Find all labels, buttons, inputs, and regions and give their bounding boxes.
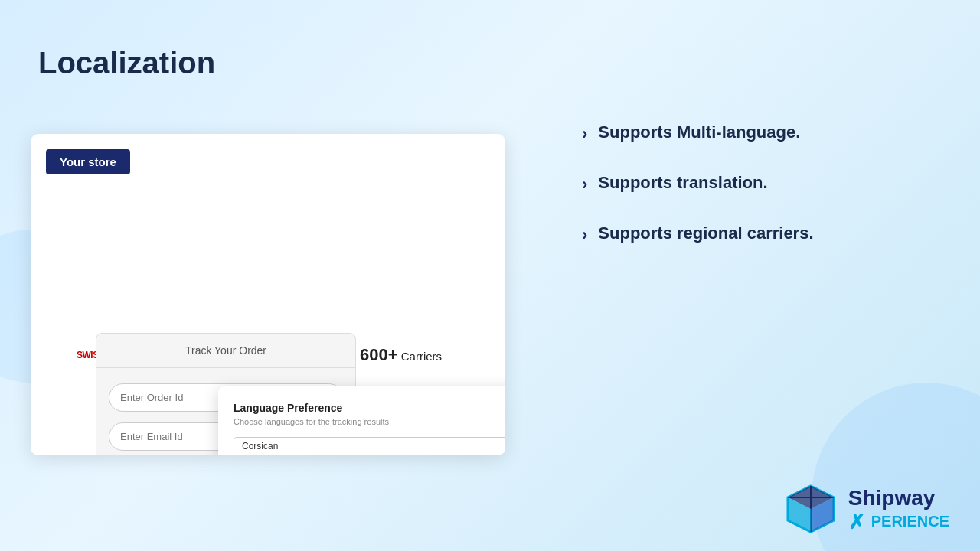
store-panel: Your store Track Your Order Track Langua… — [31, 134, 505, 455]
lang-popup-title: Language Preference — [234, 402, 505, 414]
shipway-text: Shipway ✗ PERIENCE — [848, 486, 949, 532]
feature-text-1: Supports Multi-language. — [598, 122, 800, 142]
lang-dropdown-list[interactable]: Corsican Croatian Czech Danish Dutch Eng… — [234, 437, 505, 455]
feature-text-2: Supports translation. — [598, 173, 767, 193]
feature-text-3: Supports regional carriers. — [598, 223, 813, 243]
page-title: Localization — [38, 46, 215, 80]
chevron-icon-2: › — [582, 174, 587, 194]
lang-item-croatian[interactable]: Croatian — [234, 455, 505, 455]
shipway-logo: Shipway ✗ PERIENCE — [784, 482, 949, 536]
chevron-icon-1: › — [582, 124, 587, 144]
x-icon: ✗ — [848, 510, 870, 532]
svg-text:✗: ✗ — [848, 510, 865, 532]
chevron-icon-3: › — [582, 225, 587, 245]
lang-item-corsican[interactable]: Corsican — [234, 438, 505, 455]
carriers-more: & 600+ Carriers — [349, 345, 442, 365]
shipway-xperience: ✗ PERIENCE — [848, 510, 949, 532]
language-popup: Language Preference Choose languages for… — [218, 386, 505, 455]
shipway-name: Shipway — [848, 486, 949, 510]
features-panel: › Supports Multi-language. › Supports tr… — [582, 122, 903, 274]
feature-item-1: › Supports Multi-language. — [582, 122, 903, 144]
store-header: Your store — [31, 134, 505, 182]
shipway-icon-svg — [784, 482, 838, 536]
shipway-suffix: PERIENCE — [871, 513, 949, 530]
feature-item-2: › Supports translation. — [582, 173, 903, 194]
lang-popup-subtitle: Choose languages for the tracking result… — [234, 417, 505, 426]
store-badge: Your store — [46, 149, 130, 174]
track-card-header: Track Your Order — [96, 334, 355, 368]
feature-item-3: › Supports regional carriers. — [582, 223, 903, 245]
